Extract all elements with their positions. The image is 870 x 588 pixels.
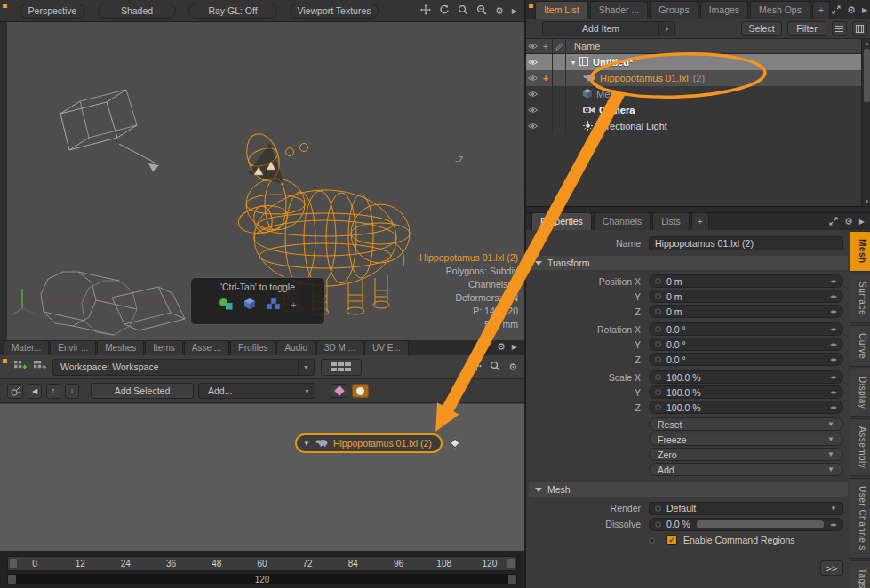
tab-material[interactable]: Mater... — [4, 340, 49, 355]
add-dropdown[interactable]: Add... ▼ — [198, 383, 315, 399]
add-selected-button[interactable]: Add Selected — [91, 383, 194, 399]
envelope-dot[interactable] — [655, 356, 661, 362]
expand-panel-button[interactable]: >> — [820, 560, 843, 576]
workspace-dropdown[interactable]: Workspace: Workspace ▼ — [52, 359, 315, 376]
shaded-button[interactable]: Shaded — [98, 4, 176, 19]
spinner-arrows[interactable]: ◂▸ — [830, 403, 837, 411]
ruler-right-handle[interactable] — [507, 559, 515, 568]
envelope-dot[interactable] — [655, 278, 661, 284]
tab-mesh-ops[interactable]: Mesh Ops — [750, 1, 810, 19]
item-list-scrollbar[interactable]: ▲ ▼ — [861, 39, 870, 206]
side-tab-assembly[interactable]: Assembly — [850, 418, 870, 476]
list-options-button[interactable] — [832, 21, 847, 36]
item-row-scene[interactable]: ▾ Untitled* — [526, 54, 870, 70]
rotate-icon[interactable] — [439, 4, 450, 17]
panel-thumb-handle[interactable] — [529, 4, 533, 8]
side-tab-surface[interactable]: Surface — [850, 274, 870, 323]
spinner-arrows[interactable]: ◂▸ — [830, 340, 837, 348]
maximize-icon[interactable] — [482, 342, 491, 353]
envelope-dot[interactable] — [649, 537, 655, 544]
range-left-handle[interactable] — [8, 575, 16, 584]
envelope-dot[interactable] — [655, 308, 661, 314]
filter-button[interactable]: Filter — [787, 21, 826, 36]
lock-cell[interactable] — [539, 118, 553, 134]
expander-icon[interactable]: ▾ — [571, 59, 575, 67]
perspective-button[interactable]: Perspective — [20, 4, 85, 19]
viewport-textures-button[interactable]: Viewport Textures — [290, 4, 379, 19]
item-row-mesh[interactable]: Mesh — [526, 86, 870, 102]
tab-properties[interactable]: Properties — [531, 212, 592, 230]
envelope-dot[interactable] — [655, 293, 661, 299]
envelope-dot[interactable] — [655, 505, 661, 512]
item-row-directional-light[interactable]: Directional Light — [526, 118, 870, 134]
position-y-field[interactable]: 0 m◂▸ — [649, 290, 843, 303]
gear-icon[interactable]: ⚙ — [508, 362, 517, 373]
reset-button[interactable]: Reset▼ — [649, 417, 843, 431]
raygl-button[interactable]: Ray GL: Off — [188, 4, 277, 19]
tab-items[interactable]: Items — [145, 340, 182, 355]
ruler-left-handle[interactable] — [10, 559, 17, 568]
tab-uv-edit[interactable]: UV E... — [364, 340, 409, 355]
zoom-icon[interactable] — [490, 361, 500, 373]
item-row-camera[interactable]: Camera — [526, 102, 870, 118]
command-regions-checkbox[interactable]: ✓ — [666, 535, 677, 545]
side-tab-tags[interactable]: Tags — [850, 560, 870, 588]
layout-presets-button[interactable] — [321, 359, 362, 376]
edit-cell[interactable] — [553, 118, 566, 134]
edit-cell[interactable] — [553, 54, 566, 70]
rotation-y-field[interactable]: 0.0 °◂▸ — [649, 338, 843, 351]
add-palette-icon[interactable] — [13, 360, 27, 375]
scale-z-field[interactable]: 100.0 %◂▸ — [649, 401, 843, 414]
zero-button[interactable]: Zero▼ — [649, 448, 843, 461]
gear-icon[interactable]: ⚙ — [847, 4, 856, 16]
scroll-up-icon[interactable]: ▲ — [862, 39, 870, 48]
tab-item-list[interactable]: Item List — [535, 1, 588, 19]
gear-icon[interactable]: ⚙ — [844, 216, 853, 227]
node-collapse-arrow[interactable]: ▼ — [303, 440, 310, 448]
dissolve-slider[interactable]: 0.0 % ◂▸ — [649, 518, 843, 531]
spinner-arrows[interactable]: ◂▸ — [830, 292, 837, 300]
maximize-icon[interactable] — [832, 5, 841, 16]
panel-menu-icon[interactable]: ▶ — [862, 6, 867, 14]
toggle-node-style-button[interactable] — [352, 384, 369, 398]
item-array-icon[interactable] — [266, 298, 281, 312]
panel-menu-icon[interactable]: ▶ — [512, 343, 517, 351]
assembly-icon[interactable] — [219, 298, 234, 312]
envelope-dot[interactable] — [655, 389, 661, 395]
edit-column-header[interactable] — [553, 39, 566, 53]
envelope-dot[interactable] — [655, 521, 661, 528]
envelope-dot[interactable] — [655, 326, 661, 332]
scroll-down-icon[interactable]: ▼ — [862, 197, 870, 206]
selected-marker-icon[interactable]: + — [539, 70, 553, 86]
pan-icon[interactable] — [420, 4, 431, 17]
maximize-icon[interactable] — [829, 217, 838, 227]
mesh-section-header[interactable]: Mesh — [529, 482, 848, 497]
down-arrow-button[interactable]: ↓ — [65, 384, 79, 399]
timeline-ruler[interactable]: 0 12 24 36 48 60 72 84 96 108 120 — [7, 556, 517, 571]
eye-icon[interactable] — [526, 54, 539, 70]
lock-cell[interactable] — [539, 54, 553, 70]
back-arrow-button[interactable]: ◀ — [28, 384, 42, 399]
lock-column-header[interactable]: + — [539, 39, 553, 53]
select-button[interactable]: Select — [741, 21, 782, 36]
panel-menu-icon[interactable]: ▶ — [512, 7, 517, 15]
name-column-header[interactable]: Name — [566, 39, 870, 53]
tab-groups[interactable]: Groups — [650, 1, 698, 19]
name-field[interactable]: Hippopotamus 01.lxl (2) — [649, 236, 843, 250]
tab-add-new[interactable]: + — [812, 1, 830, 19]
add-workspace-icon[interactable] — [33, 360, 46, 375]
spinner-arrows[interactable]: ◂▸ — [830, 388, 837, 396]
spinner-arrows[interactable]: ◂▸ — [830, 373, 837, 381]
panel-thumb-handle[interactable] — [3, 359, 7, 363]
tab-3d-model[interactable]: 3D M ... — [316, 340, 363, 355]
tab-lists[interactable]: Lists — [652, 212, 690, 230]
edit-cell[interactable] — [553, 102, 566, 118]
tab-assemblies[interactable]: Asse ... — [184, 340, 229, 355]
schematic-node-hippopotamus[interactable]: ▼ Hippopotamus 01.lxl (2) — [295, 433, 443, 453]
transform-section-header[interactable]: Transform — [529, 256, 848, 270]
side-tab-user-channels[interactable]: User Channels — [850, 478, 870, 559]
scale-y-field[interactable]: 100.0 %◂▸ — [649, 385, 843, 399]
tab-audio[interactable]: Audio — [276, 340, 315, 355]
plus-icon[interactable]: + — [291, 299, 296, 310]
rotation-z-field[interactable]: 0.0 °◂▸ — [649, 353, 843, 366]
